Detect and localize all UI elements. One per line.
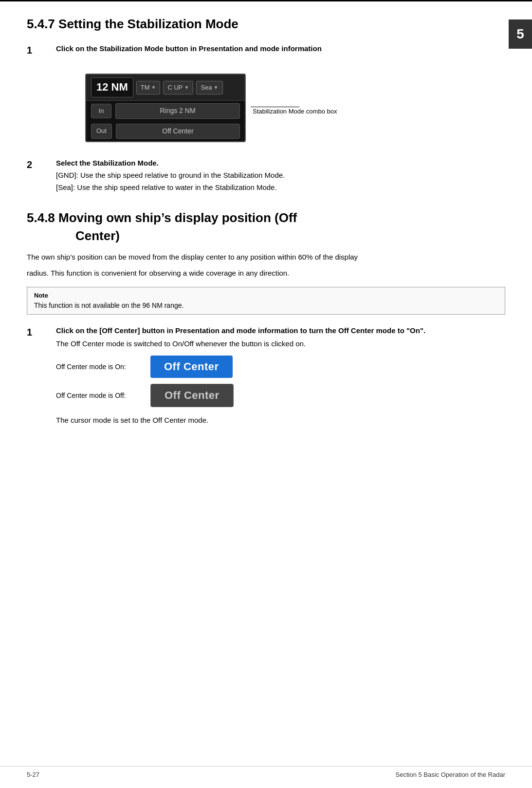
step-547-2-sea: [Sea]: Use the ship speed relative to wa… <box>56 182 505 192</box>
radar-in-btn[interactable]: In <box>91 104 111 118</box>
cursor-note: The cursor mode is set to the Off Center… <box>56 415 505 425</box>
step-547-2: 2 Select the Stabilization Mode. [GND]: … <box>27 158 505 194</box>
footer-section-text: Section 5 Basic Operation of the Radar <box>396 770 505 779</box>
radar-out-row: Out Off Center <box>86 121 245 142</box>
radar-in-row: In Rings 2 NM <box>86 101 245 121</box>
radar-out-btn[interactable]: Out <box>91 124 112 138</box>
section-548-heading: 5.4.8 Moving own ship’s display position… <box>27 209 505 244</box>
radar-ui-container: 12 NM TM ▼ C UP ▼ Sea ▼ In Rings 2 NM <box>56 66 505 150</box>
radar-tm-btn[interactable]: TM ▼ <box>136 81 161 94</box>
radar-ui-box: 12 NM TM ▼ C UP ▼ Sea ▼ In Rings 2 NM <box>85 74 246 142</box>
section-548-body1: The own ship’s position can be moved fro… <box>27 251 505 263</box>
radar-sea-btn[interactable]: Sea ▼ <box>196 81 222 94</box>
radar-rings-label: Rings 2 NM <box>115 103 240 119</box>
step-547-2-number: 2 <box>27 158 56 171</box>
off-center-off-row: Off Center mode is Off: Off Center <box>56 384 505 407</box>
radar-toolbar: 12 NM TM ▼ C UP ▼ Sea ▼ <box>86 75 245 101</box>
section-547-heading: 5.4.7 Setting the Stabilization Mode <box>27 15 505 33</box>
stabilization-annotation: Stabilization Mode combo box <box>251 100 337 116</box>
footer: 5-27 Section 5 Basic Operation of the Ra… <box>0 766 532 779</box>
section-badge: 5 <box>509 19 532 49</box>
step-547-1-number: 1 <box>27 43 56 57</box>
off-center-on-row: Off Center mode is On: Off Center <box>56 356 505 378</box>
footer-page-number: 5-27 <box>27 770 39 779</box>
step-548-1-instruction-normal: The Off Center mode is switched to On/Of… <box>56 338 505 349</box>
radar-cup-btn[interactable]: C UP ▼ <box>163 81 193 94</box>
off-center-off-label: Off Center mode is Off: <box>56 391 139 401</box>
step-547-1: 1 Click on the Stabilization Mode button… <box>27 43 505 57</box>
off-center-on-button[interactable]: Off Center <box>150 356 233 378</box>
step-547-2-gnd: [GND]: Use the ship speed relative to gr… <box>56 170 505 180</box>
step-548-1-number: 1 <box>27 325 56 339</box>
off-center-off-button[interactable]: Off Center <box>150 384 234 407</box>
step-548-1-instruction-bold: Click on the [Off Center] button in Pres… <box>56 325 505 336</box>
step-548-1: 1 Click on the [Off Center] button in Pr… <box>27 325 505 427</box>
section-548-body2: radius. This function is convenient for … <box>27 267 505 279</box>
note-box: Note This function is not available on t… <box>27 287 505 315</box>
annotation-text: Stabilization Mode combo box <box>253 107 337 116</box>
step-547-1-instruction: Click on the Stabilization Mode button i… <box>56 43 505 54</box>
radar-nm-display: 12 NM <box>91 77 133 97</box>
note-title: Note <box>34 291 498 300</box>
off-center-on-label: Off Center mode is On: <box>56 362 139 372</box>
note-body: This function is not available on the 96… <box>34 301 498 311</box>
radar-off-center-label[interactable]: Off Center <box>116 124 240 139</box>
step-547-2-title: Select the Stabilization Mode. <box>56 158 505 168</box>
